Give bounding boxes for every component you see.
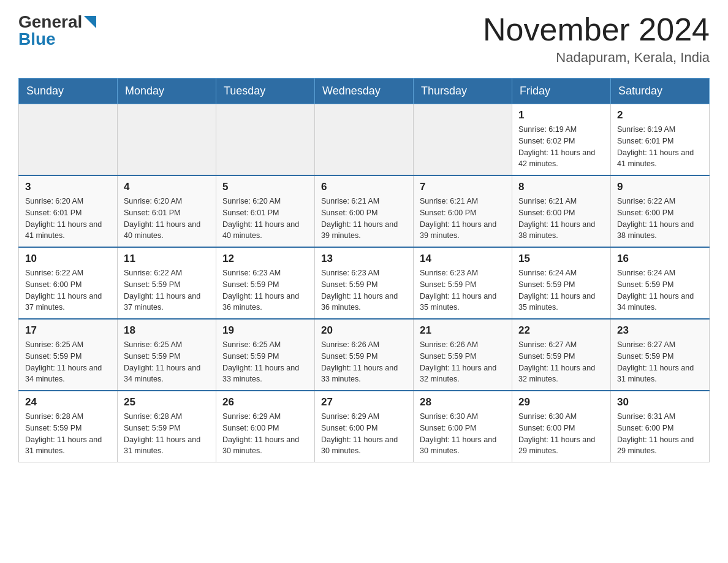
- day-info: Sunrise: 6:25 AM Sunset: 5:59 PM Dayligh…: [25, 339, 111, 385]
- day-number: 8: [518, 181, 604, 193]
- day-info: Sunrise: 6:24 AM Sunset: 5:59 PM Dayligh…: [617, 267, 703, 313]
- day-info: Sunrise: 6:22 AM Sunset: 5:59 PM Dayligh…: [124, 267, 210, 313]
- col-header-tuesday: Tuesday: [216, 79, 315, 104]
- calendar-cell: 10Sunrise: 6:22 AM Sunset: 6:00 PM Dayli…: [19, 247, 118, 319]
- day-number: 16: [617, 253, 703, 265]
- day-number: 7: [420, 181, 506, 193]
- day-info: Sunrise: 6:20 AM Sunset: 6:01 PM Dayligh…: [222, 196, 308, 242]
- day-info: Sunrise: 6:25 AM Sunset: 5:59 PM Dayligh…: [124, 339, 210, 385]
- col-header-saturday: Saturday: [611, 79, 710, 104]
- day-info: Sunrise: 6:21 AM Sunset: 6:00 PM Dayligh…: [420, 196, 506, 242]
- day-number: 12: [222, 253, 308, 265]
- day-info: Sunrise: 6:29 AM Sunset: 6:00 PM Dayligh…: [321, 411, 407, 457]
- day-number: 21: [420, 324, 506, 337]
- day-number: 4: [124, 181, 210, 193]
- calendar-cell: 26Sunrise: 6:29 AM Sunset: 6:00 PM Dayli…: [216, 391, 315, 462]
- location-subtitle: Nadapuram, Kerala, India: [483, 50, 710, 66]
- day-info: Sunrise: 6:22 AM Sunset: 6:00 PM Dayligh…: [25, 267, 111, 313]
- calendar-week-row: 10Sunrise: 6:22 AM Sunset: 6:00 PM Dayli…: [19, 247, 710, 319]
- day-number: 17: [25, 324, 111, 337]
- day-info: Sunrise: 6:19 AM Sunset: 6:01 PM Dayligh…: [617, 124, 703, 170]
- calendar-cell: 20Sunrise: 6:26 AM Sunset: 5:59 PM Dayli…: [315, 319, 414, 391]
- day-number: 1: [518, 109, 604, 121]
- calendar-cell: 22Sunrise: 6:27 AM Sunset: 5:59 PM Dayli…: [512, 319, 611, 391]
- day-number: 6: [321, 181, 407, 193]
- calendar-cell: 30Sunrise: 6:31 AM Sunset: 6:00 PM Dayli…: [611, 391, 710, 462]
- day-info: Sunrise: 6:31 AM Sunset: 6:00 PM Dayligh…: [617, 411, 703, 457]
- day-number: 20: [321, 324, 407, 337]
- day-info: Sunrise: 6:27 AM Sunset: 5:59 PM Dayligh…: [518, 339, 604, 385]
- calendar-cell: [216, 104, 315, 176]
- calendar-cell: 28Sunrise: 6:30 AM Sunset: 6:00 PM Dayli…: [414, 391, 512, 462]
- col-header-monday: Monday: [118, 79, 216, 104]
- calendar-cell: 16Sunrise: 6:24 AM Sunset: 5:59 PM Dayli…: [611, 247, 710, 319]
- day-info: Sunrise: 6:23 AM Sunset: 5:59 PM Dayligh…: [420, 267, 506, 313]
- calendar-cell: 12Sunrise: 6:23 AM Sunset: 5:59 PM Dayli…: [216, 247, 315, 319]
- day-number: 11: [124, 253, 210, 265]
- day-info: Sunrise: 6:24 AM Sunset: 5:59 PM Dayligh…: [518, 267, 604, 313]
- svg-marker-0: [84, 16, 96, 28]
- calendar-cell: 11Sunrise: 6:22 AM Sunset: 5:59 PM Dayli…: [118, 247, 216, 319]
- day-number: 22: [518, 324, 604, 337]
- day-info: Sunrise: 6:30 AM Sunset: 6:00 PM Dayligh…: [420, 411, 506, 457]
- calendar-cell: 21Sunrise: 6:26 AM Sunset: 5:59 PM Dayli…: [414, 319, 512, 391]
- day-number: 28: [420, 396, 506, 408]
- calendar-table: SundayMondayTuesdayWednesdayThursdayFrid…: [18, 78, 710, 462]
- month-year-title: November 2024: [483, 12, 710, 47]
- calendar-cell: 23Sunrise: 6:27 AM Sunset: 5:59 PM Dayli…: [611, 319, 710, 391]
- day-info: Sunrise: 6:21 AM Sunset: 6:00 PM Dayligh…: [518, 196, 604, 242]
- page-header: General Blue November 2024 Nadapuram, Ke…: [18, 12, 710, 66]
- calendar-week-row: 1Sunrise: 6:19 AM Sunset: 6:02 PM Daylig…: [19, 104, 710, 176]
- day-number: 9: [617, 181, 703, 193]
- day-number: 23: [617, 324, 703, 337]
- day-number: 30: [617, 396, 703, 408]
- day-number: 5: [222, 181, 308, 193]
- calendar-cell: 29Sunrise: 6:30 AM Sunset: 6:00 PM Dayli…: [512, 391, 611, 462]
- calendar-cell: [315, 104, 414, 176]
- day-info: Sunrise: 6:28 AM Sunset: 5:59 PM Dayligh…: [25, 411, 111, 457]
- day-number: 26: [222, 396, 308, 408]
- day-number: 29: [518, 396, 604, 408]
- day-number: 3: [25, 181, 111, 193]
- col-header-friday: Friday: [512, 79, 611, 104]
- day-info: Sunrise: 6:19 AM Sunset: 6:02 PM Dayligh…: [518, 124, 604, 170]
- calendar-cell: 24Sunrise: 6:28 AM Sunset: 5:59 PM Dayli…: [19, 391, 118, 462]
- calendar-cell: 19Sunrise: 6:25 AM Sunset: 5:59 PM Dayli…: [216, 319, 315, 391]
- logo-blue-text: Blue: [18, 29, 56, 49]
- calendar-cell: 7Sunrise: 6:21 AM Sunset: 6:00 PM Daylig…: [414, 175, 512, 247]
- day-number: 2: [617, 109, 703, 121]
- day-number: 24: [25, 396, 111, 408]
- day-info: Sunrise: 6:21 AM Sunset: 6:00 PM Dayligh…: [321, 196, 407, 242]
- day-info: Sunrise: 6:30 AM Sunset: 6:00 PM Dayligh…: [518, 411, 604, 457]
- calendar-cell: 9Sunrise: 6:22 AM Sunset: 6:00 PM Daylig…: [611, 175, 710, 247]
- day-number: 13: [321, 253, 407, 265]
- calendar-cell: 18Sunrise: 6:25 AM Sunset: 5:59 PM Dayli…: [118, 319, 216, 391]
- day-info: Sunrise: 6:23 AM Sunset: 5:59 PM Dayligh…: [321, 267, 407, 313]
- calendar-cell: 25Sunrise: 6:28 AM Sunset: 5:59 PM Dayli…: [118, 391, 216, 462]
- calendar-cell: [19, 104, 118, 176]
- calendar-header-row: SundayMondayTuesdayWednesdayThursdayFrid…: [19, 79, 710, 104]
- day-number: 19: [222, 324, 308, 337]
- calendar-cell: [118, 104, 216, 176]
- day-number: 15: [518, 253, 604, 265]
- calendar-cell: 1Sunrise: 6:19 AM Sunset: 6:02 PM Daylig…: [512, 104, 611, 176]
- calendar-cell: 4Sunrise: 6:20 AM Sunset: 6:01 PM Daylig…: [118, 175, 216, 247]
- calendar-cell: 3Sunrise: 6:20 AM Sunset: 6:01 PM Daylig…: [19, 175, 118, 247]
- col-header-wednesday: Wednesday: [315, 79, 414, 104]
- calendar-week-row: 3Sunrise: 6:20 AM Sunset: 6:01 PM Daylig…: [19, 175, 710, 247]
- calendar-cell: 27Sunrise: 6:29 AM Sunset: 6:00 PM Dayli…: [315, 391, 414, 462]
- day-info: Sunrise: 6:22 AM Sunset: 6:00 PM Dayligh…: [617, 196, 703, 242]
- day-info: Sunrise: 6:28 AM Sunset: 5:59 PM Dayligh…: [124, 411, 210, 457]
- day-info: Sunrise: 6:29 AM Sunset: 6:00 PM Dayligh…: [222, 411, 308, 457]
- day-number: 25: [124, 396, 210, 408]
- day-info: Sunrise: 6:25 AM Sunset: 5:59 PM Dayligh…: [222, 339, 308, 385]
- col-header-sunday: Sunday: [19, 79, 118, 104]
- calendar-cell: 6Sunrise: 6:21 AM Sunset: 6:00 PM Daylig…: [315, 175, 414, 247]
- day-info: Sunrise: 6:20 AM Sunset: 6:01 PM Dayligh…: [25, 196, 111, 242]
- day-number: 18: [124, 324, 210, 337]
- calendar-cell: 13Sunrise: 6:23 AM Sunset: 5:59 PM Dayli…: [315, 247, 414, 319]
- calendar-cell: [414, 104, 512, 176]
- calendar-cell: 15Sunrise: 6:24 AM Sunset: 5:59 PM Dayli…: [512, 247, 611, 319]
- day-info: Sunrise: 6:27 AM Sunset: 5:59 PM Dayligh…: [617, 339, 703, 385]
- calendar-cell: 5Sunrise: 6:20 AM Sunset: 6:01 PM Daylig…: [216, 175, 315, 247]
